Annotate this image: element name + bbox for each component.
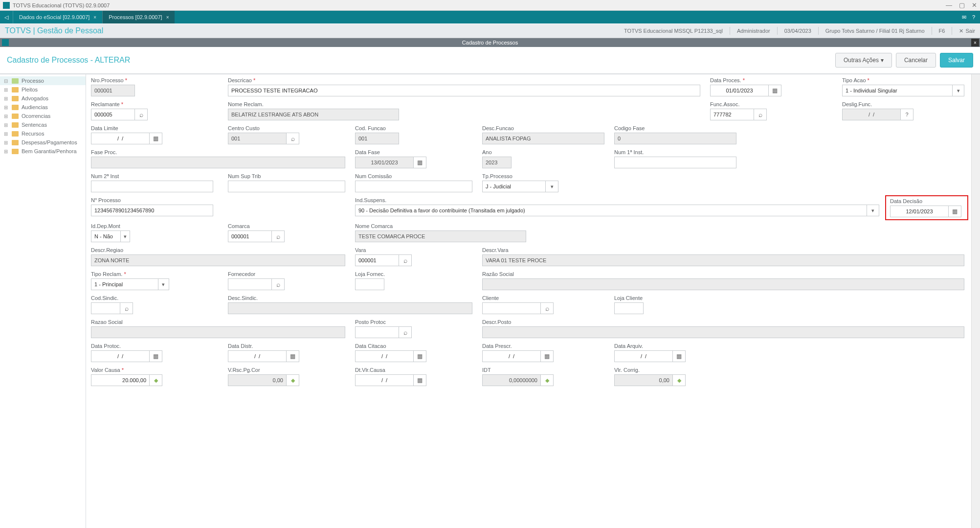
money-icon[interactable] [673,374,686,386]
minimize-icon[interactable]: — [946,1,952,9]
lojafornec-input[interactable] [355,278,384,290]
help-icon[interactable]: ? [972,14,975,20]
search-icon[interactable] [399,254,412,266]
numcomissao-input[interactable] [355,181,472,192]
tree-node-recursos[interactable]: ⊞Recursos [0,129,86,138]
tree-node-garantia[interactable]: ⊞Bem Garantia/Penhora [0,147,86,156]
dataprescr-input[interactable] [482,350,541,362]
tree-node-advogados[interactable]: ⊞Advogados [0,94,86,103]
tree-node-pleitos[interactable]: ⊞Pleitos [0,85,86,94]
tab-dados-esocial[interactable]: Dados do eSocial [02.9.0007] × [13,11,102,23]
valorcausa-input[interactable] [91,374,150,386]
expand-icon[interactable]: ⊞ [4,105,9,110]
nprocesso-input[interactable] [91,205,213,216]
tab-close-icon[interactable]: × [166,15,169,20]
expand-icon[interactable]: ⊞ [4,96,9,101]
tpprocesso-select[interactable]: J - Judicial [482,181,546,192]
tree-node-ocorrencias[interactable]: ⊞Ocorrencias [0,112,86,120]
funcassoc-input[interactable] [710,109,754,120]
indsuspens-select[interactable]: 90 - Decisão Definitiva a favor do contr… [355,205,867,216]
subwindow-close-icon[interactable]: × [971,39,979,46]
dropdown-icon[interactable] [867,205,879,216]
money-icon[interactable] [150,374,162,386]
nroprocesso-input [91,85,135,96]
calendar-icon[interactable] [414,157,426,168]
descsindic-input [228,302,472,314]
close-icon[interactable]: ✕ [972,1,977,9]
money-icon[interactable] [541,374,554,386]
datalimite-input[interactable] [91,133,150,144]
search-icon[interactable] [272,230,285,242]
label-dataarquiv: Data Arquiv. [614,343,736,349]
lojacliente-input[interactable] [614,302,644,314]
search-icon[interactable] [754,109,767,120]
tab-close-icon[interactable]: × [93,15,96,20]
iddepmont-select[interactable]: N - Não [91,230,121,242]
mail-icon[interactable]: ✉ [962,14,966,21]
select-value: 90 - Decisão Definitiva a favor do contr… [358,207,525,213]
expand-icon[interactable]: ⊞ [4,140,9,145]
tree-node-despesas[interactable]: ⊞Despesas/Pagamentos [0,138,86,147]
help-icon[interactable]: ? [901,109,913,120]
tipoacao-select[interactable]: 1 - Individual Singular [842,85,953,96]
descricao-input[interactable] [228,85,700,96]
calendar-icon[interactable] [414,374,426,386]
datadistr-input[interactable] [228,350,287,362]
outras-acoes-button[interactable]: Outras Ações ▾ [835,53,892,68]
search-icon[interactable] [399,326,412,338]
calendar-icon[interactable] [150,350,162,362]
expand-icon[interactable]: ⊞ [4,114,9,119]
nav-back-icon[interactable]: ◁ [0,11,13,23]
search-icon[interactable] [135,109,148,120]
dtvlrcausa-input[interactable] [355,374,414,386]
comarca-input[interactable] [228,230,272,242]
exit-button[interactable]: ✕ Sair [959,28,975,34]
money-icon[interactable] [287,374,299,386]
search-icon[interactable] [287,133,299,144]
expand-icon[interactable]: ⊞ [4,149,9,154]
dataprotoc-input[interactable] [91,350,150,362]
numsuptrib-input[interactable] [228,181,345,192]
dropdown-icon[interactable] [158,278,169,290]
vara-input[interactable] [355,254,399,266]
dataarquiv-input[interactable] [614,350,673,362]
reclamante-input[interactable] [91,109,135,120]
tab-processos[interactable]: Processos [02.9.0007] × [102,11,175,23]
calendar-icon[interactable] [541,350,554,362]
num2inst-input[interactable] [91,181,213,192]
dropdown-icon[interactable] [546,181,558,192]
search-icon[interactable] [120,302,133,314]
expand-icon[interactable]: ⊟ [4,78,9,84]
postoprotoc-input[interactable] [355,326,399,338]
calendar-icon[interactable] [949,206,961,217]
expand-icon[interactable]: ⊞ [4,122,9,128]
calendar-icon[interactable] [287,350,299,362]
maximize-icon[interactable]: ▢ [959,1,965,9]
tree-node-sentencas[interactable]: ⊞Sentencas [0,120,86,129]
datadecisao-input[interactable] [890,206,949,217]
calendar-icon[interactable] [769,85,781,96]
fornecedor-input[interactable] [228,278,272,290]
datacitacao-input[interactable] [355,350,414,362]
expand-icon[interactable]: ⊞ [4,131,9,137]
calendar-icon[interactable] [673,350,686,362]
tree-node-audiencias[interactable]: ⊞Audiencias [0,103,86,112]
desligfunc-input [842,109,901,120]
num1inst-input[interactable] [614,157,736,168]
calendar-icon[interactable] [150,133,162,144]
label-vrscpgcor: V.Rsc.Pg.Cor [228,367,345,373]
salvar-button[interactable]: Salvar [940,53,973,68]
search-icon[interactable] [272,278,285,290]
expand-icon[interactable]: ⊞ [4,87,9,92]
cliente-input[interactable] [482,302,541,314]
search-icon[interactable] [541,302,554,314]
codsindic-input[interactable] [91,302,120,314]
tree-node-processo[interactable]: ⊟Processo [0,76,86,85]
dropdown-icon[interactable] [953,85,964,96]
dropdown-icon[interactable] [121,230,130,242]
tiporeclam-select[interactable]: 1 - Principal [91,278,158,290]
cancelar-button[interactable]: Cancelar [896,53,936,68]
scrollbar[interactable] [971,74,980,528]
calendar-icon[interactable] [414,350,426,362]
dataproces-input[interactable] [710,85,769,96]
